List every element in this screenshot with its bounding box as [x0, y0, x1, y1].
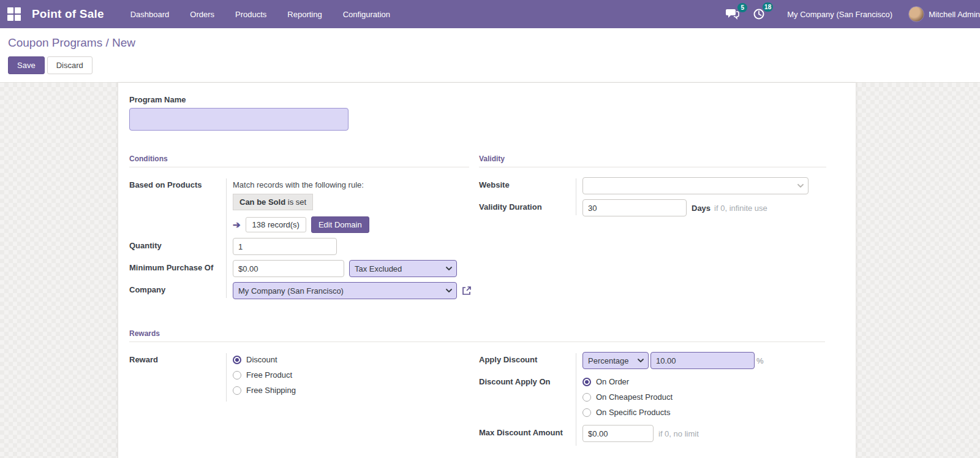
- apply-discount-row: Apply Discount Percentage %: [479, 352, 826, 369]
- discount-apply-on-row: Discount Apply On On Order On Cheapest P…: [479, 374, 826, 420]
- activities-icon[interactable]: 18: [753, 8, 765, 20]
- tax-mode-select[interactable]: Tax Excluded: [349, 260, 457, 277]
- action-buttons: Save Discard: [0, 51, 980, 82]
- menu-dashboard[interactable]: Dashboard: [120, 0, 180, 28]
- breadcrumb-parent[interactable]: Coupon Programs: [8, 36, 102, 49]
- main-menu: Dashboard Orders Products Reporting Conf…: [120, 0, 401, 28]
- conditions-rows: Based on Products Match records with the…: [129, 177, 469, 299]
- domain-footer: ➔ 138 record(s) Edit Domain: [233, 216, 469, 233]
- menu-products[interactable]: Products: [225, 0, 277, 28]
- company-cell: My Company (San Francisco): [226, 282, 472, 299]
- validity-duration-input[interactable]: [582, 199, 687, 216]
- quantity-label: Quantity: [129, 238, 226, 255]
- reward-option-label: Discount: [246, 355, 277, 364]
- edit-domain-button[interactable]: Edit Domain: [311, 216, 369, 233]
- duration-hint: if 0, infinite use: [714, 204, 767, 213]
- reward-option-discount[interactable]: Discount: [233, 352, 469, 367]
- max-discount-input[interactable]: [582, 425, 654, 442]
- chevron-down-icon: [446, 289, 452, 292]
- reward-option-free-product[interactable]: Free Product: [233, 367, 469, 383]
- breadcrumb: Coupon Programs / New: [0, 28, 980, 51]
- grid-icon: [7, 7, 21, 21]
- program-name-group: Program Name: [129, 95, 825, 131]
- company-label: Company: [129, 282, 226, 299]
- form-sheet: Program Name Conditions Based on Product…: [118, 83, 856, 458]
- company-select[interactable]: My Company (San Francisco): [233, 282, 457, 299]
- apply-on-option-label: On Order: [596, 377, 629, 386]
- radio-checked-icon: [582, 378, 591, 386]
- external-link-icon[interactable]: [461, 286, 472, 296]
- validity-duration-label: Validity Duration: [479, 199, 576, 216]
- discard-button[interactable]: Discard: [47, 56, 92, 74]
- minimum-purchase-label: Minimum Purchase Of: [129, 260, 226, 277]
- records-count-button[interactable]: 138 record(s): [246, 217, 306, 232]
- reward-label: Reward: [129, 352, 226, 398]
- radio-icon: [582, 408, 591, 417]
- breadcrumb-current: New: [112, 36, 135, 49]
- quantity-input[interactable]: [233, 238, 337, 255]
- radio-icon: [233, 371, 241, 380]
- apps-menu-icon[interactable]: [0, 0, 28, 28]
- speech-bubbles-icon: [726, 9, 739, 20]
- apply-on-order-option[interactable]: On Order: [582, 374, 826, 389]
- reward-row: Reward Discount Free Product: [129, 352, 469, 398]
- discount-rows: Apply Discount Percentage %: [479, 352, 826, 447]
- reward-options: Discount Free Product Free Shipping: [226, 352, 469, 398]
- conditions-title: Conditions: [129, 155, 469, 167]
- user-menu[interactable]: Mitchell Admin: [908, 6, 980, 22]
- breadcrumb-separator: /: [102, 36, 112, 49]
- menu-orders[interactable]: Orders: [179, 0, 225, 28]
- validity-duration-cell: Days if 0, infinite use: [576, 199, 826, 216]
- max-discount-row: Max Discount Amount if 0, no limit: [479, 425, 826, 442]
- user-name: Mitchell Admin: [929, 10, 980, 19]
- based-on-products-row: Based on Products Match records with the…: [129, 177, 469, 233]
- messages-icon[interactable]: 5: [726, 9, 739, 20]
- domain-operator: is set: [285, 197, 306, 207]
- conditions-section: Conditions Based on Products Match recor…: [129, 155, 469, 304]
- based-on-products-label: Based on Products: [129, 177, 226, 233]
- website-select[interactable]: [582, 177, 809, 194]
- days-unit-label: Days: [692, 204, 710, 213]
- validity-rows: Website Validity Duration: [479, 177, 826, 216]
- save-button[interactable]: Save: [8, 56, 45, 74]
- discount-type-select[interactable]: Percentage: [582, 352, 649, 369]
- quantity-cell: [226, 238, 469, 255]
- discount-apply-on-label: Discount Apply On: [479, 374, 576, 420]
- apply-on-cheapest-option[interactable]: On Cheapest Product: [582, 389, 826, 405]
- apply-on-specific-option[interactable]: On Specific Products: [582, 405, 826, 420]
- top-navbar: Point of Sale Dashboard Orders Products …: [0, 0, 980, 28]
- radio-checked-icon: [233, 356, 241, 364]
- minimum-purchase-cell: Tax Excluded: [226, 260, 469, 277]
- app-brand[interactable]: Point of Sale: [32, 7, 104, 21]
- user-avatar: [908, 6, 924, 22]
- program-name-input[interactable]: [129, 108, 349, 131]
- company-value: My Company (San Francisco): [238, 286, 344, 296]
- arrow-right-icon: ➔: [233, 219, 241, 231]
- apply-discount-label: Apply Discount: [479, 352, 576, 369]
- discount-type-value: Percentage: [588, 356, 629, 365]
- chevron-down-icon: [638, 359, 644, 362]
- radio-icon: [582, 393, 591, 402]
- discount-percentage-input[interactable]: [650, 352, 755, 369]
- reward-option-label: Free Shipping: [246, 386, 296, 395]
- conditions-validity-columns: Conditions Based on Products Match recor…: [129, 155, 825, 304]
- validity-duration-row: Validity Duration Days if 0, infinite us…: [479, 199, 826, 216]
- reward-option-free-shipping[interactable]: Free Shipping: [233, 383, 469, 398]
- max-discount-hint: if 0, no limit: [658, 429, 699, 438]
- menu-reporting[interactable]: Reporting: [277, 0, 332, 28]
- company-switcher[interactable]: My Company (San Francisco): [787, 10, 892, 19]
- menu-configuration[interactable]: Configuration: [333, 0, 401, 28]
- form-view-background: Program Name Conditions Based on Product…: [0, 83, 980, 458]
- chevron-down-icon: [797, 184, 804, 188]
- domain-widget: Match records with the following rule: C…: [226, 177, 469, 233]
- quantity-row: Quantity: [129, 238, 469, 255]
- reward-rows: Reward Discount Free Product: [129, 352, 469, 403]
- apply-on-option-label: On Cheapest Product: [596, 392, 673, 402]
- rewards-section: Rewards Reward Discount Fre: [129, 329, 825, 447]
- website-row: Website: [479, 177, 826, 194]
- minimum-purchase-input[interactable]: [233, 260, 344, 277]
- chevron-down-icon: [446, 267, 452, 270]
- apply-on-option-label: On Specific Products: [596, 408, 670, 417]
- reward-option-label: Free Product: [246, 370, 292, 380]
- radio-icon: [233, 386, 241, 395]
